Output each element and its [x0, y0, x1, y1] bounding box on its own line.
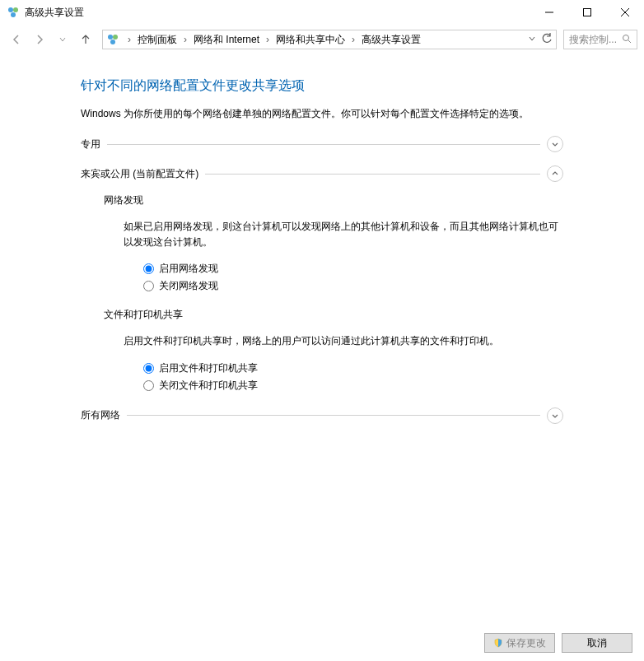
radio-label: 关闭网络发现: [159, 279, 218, 293]
radio-sharing-on[interactable]: 启用文件和打印机共享: [143, 361, 563, 375]
maximize-button[interactable]: [568, 0, 606, 25]
up-button[interactable]: [76, 30, 96, 49]
chevron-right-icon: ›: [179, 34, 192, 45]
profile-label: 所有网络: [81, 408, 120, 422]
profile-private-header[interactable]: 专用: [81, 136, 563, 152]
minimize-button[interactable]: [530, 0, 568, 25]
profile-all-networks: 所有网络: [81, 407, 563, 424]
profile-guest: 来宾或公用 (当前配置文件) 网络发现 如果已启用网络发现，则这台计算机可以发现…: [81, 165, 563, 393]
svg-point-8: [113, 35, 118, 40]
section-network-discovery: 网络发现 如果已启用网络发现，则这台计算机可以发现网络上的其他计算机和设备，而且…: [104, 193, 563, 293]
back-button[interactable]: [7, 30, 26, 49]
forward-button[interactable]: [30, 30, 49, 49]
window-controls: [530, 0, 644, 25]
section-description: 启用文件和打印机共享时，网络上的用户可以访问通过此计算机共享的文件和打印机。: [104, 333, 563, 349]
svg-rect-4: [584, 9, 591, 16]
address-dropdown-button[interactable]: [528, 34, 536, 45]
window-title: 高级共享设置: [25, 6, 530, 20]
search-icon: [622, 34, 632, 46]
nav-bar: › 控制面板 › 网络和 Internet › 网络和共享中心 › 高级共享设置…: [0, 25, 644, 54]
search-input[interactable]: 搜索控制...: [563, 30, 637, 49]
shield-icon: [493, 638, 503, 648]
location-icon: [106, 33, 119, 46]
svg-point-10: [623, 35, 629, 40]
radio-sharing-off[interactable]: 关闭文件和打印机共享: [143, 379, 563, 393]
radio-label: 启用文件和打印机共享: [159, 361, 258, 375]
footer-buttons: 保存更改 取消: [484, 633, 632, 653]
profile-label: 来宾或公用 (当前配置文件): [81, 167, 198, 181]
svg-point-1: [13, 7, 18, 12]
svg-point-9: [110, 40, 115, 44]
radio-input[interactable]: [143, 263, 154, 274]
radio-label: 关闭文件和打印机共享: [159, 379, 258, 393]
breadcrumb-item[interactable]: 网络和 Internet: [192, 31, 261, 49]
chevron-right-icon: ›: [123, 34, 136, 45]
radio-group-discovery: 启用网络发现 关闭网络发现: [104, 262, 563, 293]
radio-input[interactable]: [143, 380, 154, 391]
svg-point-2: [11, 12, 16, 17]
divider: [127, 415, 540, 416]
page-description: Windows 为你所使用的每个网络创建单独的网络配置文件。你可以针对每个配置文…: [81, 106, 563, 121]
section-title: 网络发现: [104, 193, 563, 207]
app-icon: [7, 6, 20, 19]
content-area: 针对不同的网络配置文件更改共享选项 Windows 为你所使用的每个网络创建单独…: [0, 54, 644, 424]
profile-private: 专用: [81, 136, 563, 152]
dropdown-history-button[interactable]: [53, 30, 72, 49]
section-file-printer-sharing: 文件和打印机共享 启用文件和打印机共享时，网络上的用户可以访问通过此计算机共享的…: [104, 308, 563, 392]
radio-discovery-off[interactable]: 关闭网络发现: [143, 279, 563, 293]
button-label: 取消: [587, 636, 607, 650]
address-bar[interactable]: › 控制面板 › 网络和 Internet › 网络和共享中心 › 高级共享设置: [102, 30, 557, 49]
radio-label: 启用网络发现: [159, 262, 218, 276]
divider: [107, 144, 540, 145]
collapse-button[interactable]: [547, 165, 563, 182]
svg-line-11: [628, 40, 631, 43]
radio-group-sharing: 启用文件和打印机共享 关闭文件和打印机共享: [104, 361, 563, 393]
cancel-button[interactable]: 取消: [562, 633, 632, 653]
title-bar: 高级共享设置: [0, 0, 644, 25]
section-description: 如果已启用网络发现，则这台计算机可以发现网络上的其他计算机和设备，而且其他网络计…: [104, 219, 563, 250]
breadcrumb-item[interactable]: 高级共享设置: [360, 31, 422, 49]
svg-point-0: [8, 7, 13, 12]
expand-button[interactable]: [547, 407, 563, 424]
breadcrumb-item[interactable]: 网络和共享中心: [274, 31, 347, 49]
profile-all-networks-header[interactable]: 所有网络: [81, 407, 563, 424]
svg-point-7: [108, 35, 113, 40]
search-placeholder: 搜索控制...: [569, 33, 622, 47]
profile-guest-header[interactable]: 来宾或公用 (当前配置文件): [81, 165, 563, 182]
divider: [205, 174, 540, 175]
chevron-right-icon: ›: [347, 34, 360, 45]
button-label: 保存更改: [506, 636, 546, 650]
radio-discovery-on[interactable]: 启用网络发现: [143, 262, 563, 276]
profile-guest-body: 网络发现 如果已启用网络发现，则这台计算机可以发现网络上的其他计算机和设备，而且…: [81, 182, 563, 393]
radio-input[interactable]: [143, 363, 154, 374]
chevron-right-icon: ›: [261, 34, 274, 45]
refresh-button[interactable]: [541, 33, 553, 47]
section-title: 文件和打印机共享: [104, 308, 563, 322]
radio-input[interactable]: [143, 281, 154, 291]
breadcrumb-item[interactable]: 控制面板: [136, 31, 179, 49]
page-title: 针对不同的网络配置文件更改共享选项: [81, 77, 563, 95]
expand-button[interactable]: [547, 136, 563, 152]
save-button[interactable]: 保存更改: [484, 633, 555, 653]
close-button[interactable]: [606, 0, 644, 25]
profile-label: 专用: [81, 137, 100, 151]
